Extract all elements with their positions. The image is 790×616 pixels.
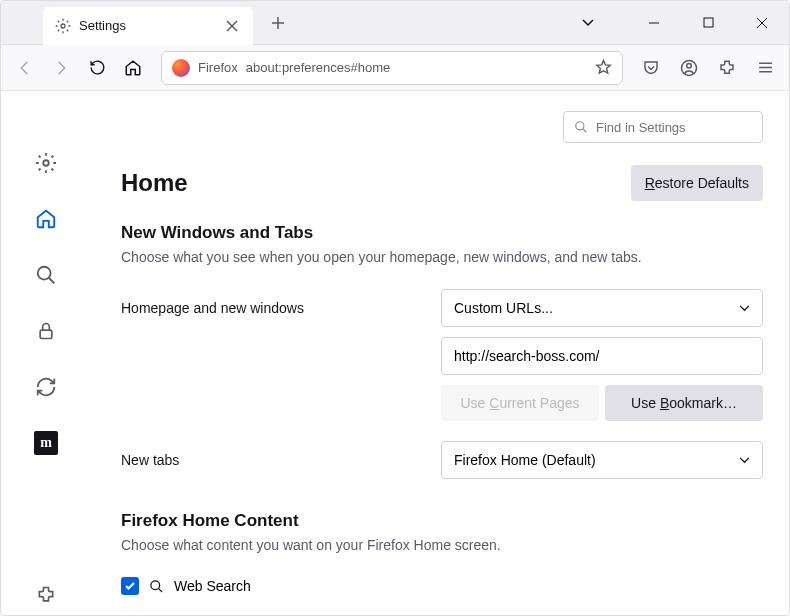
settings-search[interactable]: [563, 111, 763, 143]
tabs-dropdown-button[interactable]: [573, 8, 603, 38]
svg-point-3: [687, 63, 692, 68]
forward-button: [45, 52, 77, 84]
svg-point-4: [43, 160, 49, 166]
sidebar-item-more[interactable]: m: [26, 423, 66, 463]
use-bookmark-button[interactable]: Use Bookmark…: [605, 385, 763, 421]
chevron-down-icon: [739, 457, 750, 464]
gear-icon: [55, 18, 71, 34]
browser-tab[interactable]: Settings: [43, 7, 253, 45]
menu-button[interactable]: [749, 52, 781, 84]
section-heading-home-content: Firefox Home Content: [121, 511, 763, 531]
new-tab-button[interactable]: [263, 8, 293, 38]
extensions-button[interactable]: [711, 52, 743, 84]
minimize-button[interactable]: [631, 3, 677, 43]
pocket-button[interactable]: [635, 52, 667, 84]
svg-point-5: [38, 267, 51, 280]
reload-button[interactable]: [81, 52, 113, 84]
homepage-select[interactable]: Custom URLs...: [441, 289, 763, 327]
section-desc: Choose what you see when you open your h…: [121, 249, 763, 265]
tab-title: Settings: [79, 18, 215, 33]
homepage-url-input[interactable]: http://search-boss.com/: [441, 337, 763, 375]
bookmark-star-icon[interactable]: [595, 59, 612, 76]
search-icon: [149, 579, 164, 594]
section-desc-2: Choose what content you want on your Fir…: [121, 537, 763, 553]
sidebar-item-home[interactable]: [26, 199, 66, 239]
chevron-down-icon: [739, 305, 750, 312]
sidebar-item-search[interactable]: [26, 255, 66, 295]
restore-defaults-button[interactable]: Restore Defaults: [631, 165, 763, 201]
websearch-label: Web Search: [174, 578, 251, 594]
svg-point-8: [151, 580, 160, 589]
newtabs-label: New tabs: [121, 452, 427, 468]
settings-search-input[interactable]: [596, 120, 764, 135]
search-icon: [574, 120, 588, 134]
homepage-label: Homepage and new windows: [121, 300, 427, 316]
newtabs-select[interactable]: Firefox Home (Default): [441, 441, 763, 479]
m-icon: m: [34, 431, 58, 455]
home-button[interactable]: [117, 52, 149, 84]
websearch-checkbox[interactable]: [121, 577, 139, 595]
firefox-logo-icon: [172, 59, 190, 77]
urlbar-url: about:preferences#home: [246, 60, 587, 75]
close-tab-button[interactable]: [223, 17, 241, 35]
sidebar-item-privacy[interactable]: [26, 311, 66, 351]
newtabs-select-value: Firefox Home (Default): [454, 452, 596, 468]
section-heading-windows-tabs: New Windows and Tabs: [121, 223, 763, 243]
urlbar-brand: Firefox: [198, 60, 238, 75]
svg-rect-1: [704, 18, 713, 27]
svg-point-7: [576, 122, 584, 130]
page-title: Home: [121, 169, 188, 197]
svg-rect-6: [40, 330, 52, 338]
sidebar-item-general[interactable]: [26, 143, 66, 183]
address-bar[interactable]: Firefox about:preferences#home: [161, 51, 623, 85]
svg-point-0: [61, 24, 65, 28]
sidebar-item-extensions[interactable]: [26, 575, 66, 615]
use-current-pages-button: Use Current Pages: [441, 385, 599, 421]
homepage-select-value: Custom URLs...: [454, 300, 553, 316]
homepage-url-value: http://search-boss.com/: [454, 348, 600, 364]
sidebar-item-sync[interactable]: [26, 367, 66, 407]
maximize-button[interactable]: [685, 3, 731, 43]
account-button[interactable]: [673, 52, 705, 84]
close-window-button[interactable]: [739, 3, 785, 43]
back-button: [9, 52, 41, 84]
